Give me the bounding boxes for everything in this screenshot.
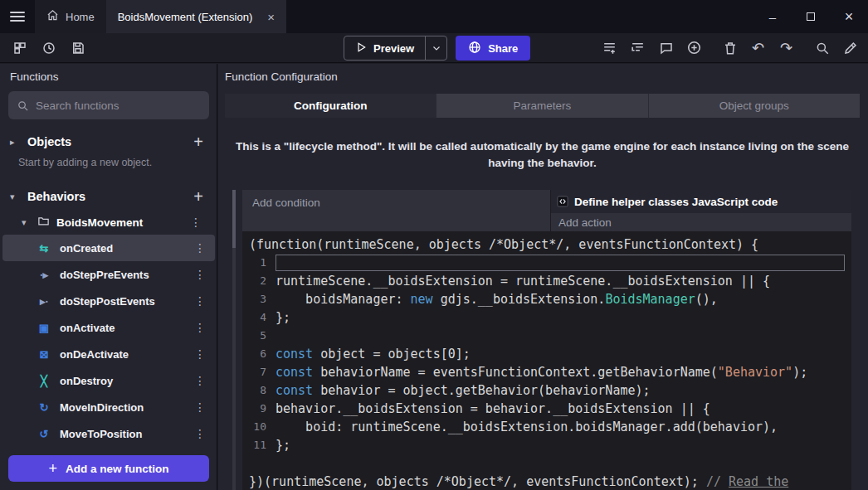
line-number: 11: [242, 436, 276, 454]
chevron-down-icon[interactable]: ▾: [10, 192, 19, 202]
function-item-menu-icon[interactable]: ⋮: [188, 321, 212, 334]
function-configuration-panel: Function Configuration ConfigurationPara…: [218, 64, 868, 490]
main-menu-button[interactable]: [0, 0, 35, 33]
delete-icon[interactable]: [719, 36, 741, 59]
tab-home[interactable]: Home: [35, 0, 106, 33]
line-number: 8: [242, 381, 276, 400]
objects-empty-hint: Start by adding a new object.: [18, 157, 152, 168]
behavior-group-boidsmovement[interactable]: ▾ BoidsMovement ⋮: [0, 211, 217, 234]
function-item-MoveToPosition[interactable]: ↺MoveToPosition⋮: [2, 420, 215, 447]
function-item-menu-icon[interactable]: ⋮: [188, 347, 212, 361]
function-item-menu-icon[interactable]: ⋮: [188, 268, 212, 281]
code-token: (),: [695, 292, 718, 307]
redo-icon[interactable]: ↷: [775, 36, 797, 59]
code-token: const: [276, 365, 313, 380]
close-window-button[interactable]: ×: [830, 0, 868, 33]
add-object-button[interactable]: +: [189, 133, 207, 150]
js-code-event-icon: [557, 196, 568, 207]
choose-event-icon[interactable]: [683, 36, 705, 59]
code-line[interactable]: 7const behaviorName = eventsFunctionCont…: [242, 363, 851, 381]
functions-sidebar: Functions ▸ Objects + Start by adding a …: [0, 64, 217, 490]
projects-icon[interactable]: [8, 36, 31, 59]
code-line[interactable]: 10 boid: runtimeScene.__boidsExtension.b…: [242, 418, 851, 436]
function-item-menu-icon[interactable]: ⋮: [188, 241, 212, 255]
play-icon: [355, 41, 367, 56]
code-token: boid: runtimeScene.__boidsExtension.boid…: [276, 420, 778, 434]
preview-button[interactable]: Preview: [344, 36, 447, 61]
behaviors-section-label: Behaviors: [27, 190, 181, 203]
tab-configuration[interactable]: Configuration: [225, 94, 436, 118]
toolbar: Preview Share: [0, 33, 868, 63]
history-icon[interactable]: [37, 36, 60, 59]
code-line[interactable]: 1: [242, 254, 851, 272]
tab-extension[interactable]: BoidsMovement (Extension) ×: [106, 0, 286, 33]
code-line[interactable]: 5: [242, 327, 851, 345]
js-event-title[interactable]: Define helper classes JavaScript code: [551, 190, 851, 213]
panel-title: Function Configuration: [225, 70, 338, 83]
function-item-onDeActivate[interactable]: ⊠onDeActivate⋮: [2, 341, 215, 367]
on-deactivate-icon: ⊠: [37, 348, 51, 361]
code-token: behaviorName = eventsFunctionContext.get…: [313, 365, 718, 380]
javascript-code-editor[interactable]: (function(runtimeScene, objects /*Object…: [242, 231, 851, 490]
preview-options-button[interactable]: [425, 36, 446, 60]
code-line[interactable]: 11};: [242, 436, 851, 454]
sidebar-section-objects[interactable]: ▸ Objects +: [0, 129, 217, 154]
line-number: 1: [242, 254, 276, 272]
objects-section-label: Objects: [27, 135, 181, 148]
sidebar-section-behaviors[interactable]: ▾ Behaviors +: [0, 184, 217, 209]
save-icon[interactable]: [66, 36, 89, 59]
code-line[interactable]: 2runtimeScene.__boidsExtension = runtime…: [242, 272, 851, 290]
chevron-down-icon: [432, 43, 441, 53]
add-action-button[interactable]: Add action: [551, 213, 851, 231]
function-item-label: doStepPreEvents: [60, 269, 180, 281]
function-item-MoveInDirection[interactable]: ↻MoveInDirection⋮: [2, 394, 215, 420]
function-item-doStepPostEvents[interactable]: ▸∙doStepPostEvents⋮: [2, 288, 215, 314]
code-line[interactable]: (function(runtimeScene, objects /*Object…: [242, 235, 851, 254]
code-line[interactable]: 3 boidsManager: new gdjs.__boidsExtensio…: [242, 290, 851, 308]
function-item-menu-icon[interactable]: ⋮: [188, 374, 212, 387]
add-condition-button[interactable]: Add condition: [242, 190, 551, 231]
function-item-doStepPreEvents[interactable]: ∙▸doStepPreEvents⋮: [2, 261, 215, 288]
function-item-menu-icon[interactable]: ⋮: [188, 427, 212, 440]
tab-parameters[interactable]: Parameters: [436, 94, 648, 118]
on-activate-icon: ▣: [37, 322, 51, 334]
minimize-button[interactable]: –: [753, 0, 792, 33]
code-token: };: [276, 310, 290, 325]
share-button[interactable]: Share: [456, 36, 530, 61]
code-line[interactable]: })(runtimeScene, objects /*Object*/, eve…: [242, 473, 851, 490]
close-tab-icon[interactable]: ×: [267, 10, 275, 24]
search-icon[interactable]: [811, 36, 833, 59]
chevron-down-icon[interactable]: ▾: [22, 217, 31, 228]
documentation-link[interactable]: Read the: [729, 474, 788, 489]
chevron-right-icon[interactable]: ▸: [10, 137, 19, 148]
share-button-label: Share: [488, 42, 518, 55]
add-subevent-icon[interactable]: [627, 36, 649, 59]
undo-icon[interactable]: ↶: [747, 36, 769, 59]
search-functions-box[interactable]: [8, 91, 209, 119]
function-item-label: onActivate: [60, 322, 180, 334]
add-comment-icon[interactable]: [655, 36, 677, 59]
maximize-button[interactable]: [792, 0, 830, 33]
behavior-group-menu-icon[interactable]: ⋮: [184, 216, 207, 229]
theme-pen-icon[interactable]: [839, 36, 861, 59]
code-line[interactable]: 6const object = objects[0];: [242, 345, 851, 363]
function-item-menu-icon[interactable]: ⋮: [188, 400, 212, 414]
tab-object-groups[interactable]: Object groups: [649, 94, 860, 118]
search-functions-input[interactable]: [36, 99, 201, 112]
add-behavior-button[interactable]: +: [189, 188, 207, 205]
code-line[interactable]: 8const behavior = object.getBehavior(beh…: [242, 381, 851, 400]
maximize-icon: [807, 12, 815, 21]
add-function-button[interactable]: + Add a new function: [8, 455, 209, 482]
event-drag-handle[interactable]: [232, 190, 236, 490]
code-line[interactable]: 9behavior.__boidsExtension = behavior.__…: [242, 400, 851, 418]
function-item-onDestroy[interactable]: ╳onDestroy⋮: [2, 367, 215, 394]
move-in-direction-icon: ↻: [37, 401, 51, 414]
code-line[interactable]: [242, 454, 851, 473]
code-line[interactable]: 4};: [242, 308, 851, 327]
code-token: const: [276, 383, 313, 398]
function-item-onCreated[interactable]: ⇆onCreated⋮: [2, 235, 215, 261]
function-item-menu-icon[interactable]: ⋮: [188, 294, 212, 308]
function-item-onActivate[interactable]: ▣onActivate⋮: [2, 314, 215, 341]
add-event-icon[interactable]: [598, 36, 621, 59]
move-to-position-icon: ↺: [37, 428, 51, 440]
